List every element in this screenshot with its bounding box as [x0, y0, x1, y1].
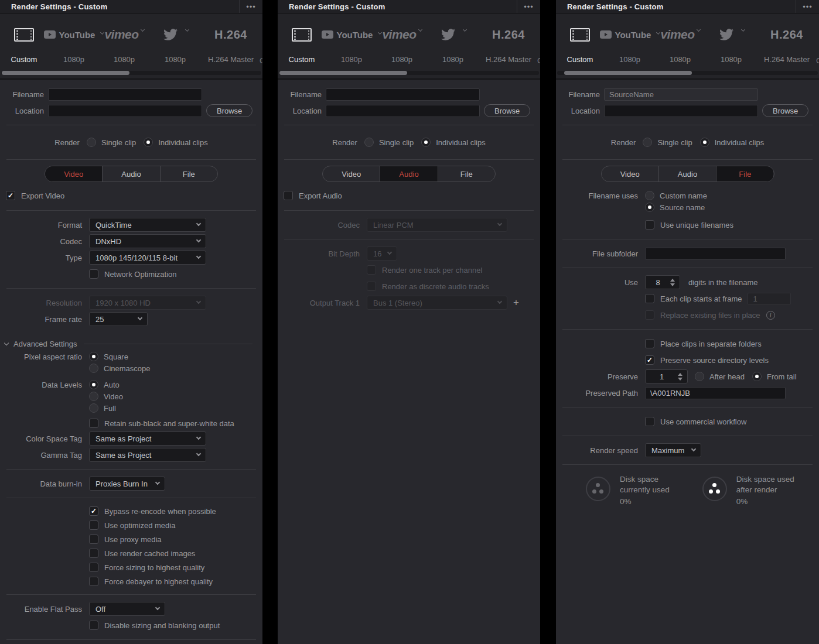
digits-stepper[interactable]: 8	[645, 275, 680, 289]
commercial-workflow-checkbox[interactable]	[645, 417, 654, 426]
data-burn-in-dropdown[interactable]: Proxies Burn In	[89, 477, 165, 491]
pixel-square-label[interactable]: Square	[104, 352, 128, 361]
data-levels-full-radio[interactable]	[89, 403, 98, 413]
render-cached-checkbox[interactable]	[89, 549, 98, 558]
preset-scrollbar[interactable]	[557, 71, 818, 75]
from-tail-radio[interactable]	[752, 372, 762, 381]
location-input[interactable]	[48, 105, 202, 117]
after-head-radio[interactable]	[695, 372, 704, 381]
source-name-label[interactable]: Source name	[660, 203, 705, 212]
preset-scrollbar[interactable]	[279, 71, 539, 75]
force-sizing-checkbox[interactable]	[89, 563, 98, 572]
unique-filenames-checkbox[interactable]	[645, 220, 654, 229]
single-clip-label[interactable]: Single clip	[657, 138, 692, 147]
each-clip-checkbox[interactable]	[645, 294, 654, 303]
individual-clips-label[interactable]: Individual clips	[436, 138, 486, 147]
single-clip-radio[interactable]	[643, 138, 652, 147]
codec-dropdown[interactable]: DNxHD	[89, 234, 206, 248]
preset-vimeo[interactable]: vimeo	[377, 21, 426, 48]
preserve-levels-checkbox[interactable]	[645, 355, 654, 365]
options-menu-icon[interactable]: •••	[796, 0, 819, 13]
preset-label-vimeo[interactable]: 1080p	[656, 55, 705, 65]
preset-label-vimeo[interactable]: 1080p	[100, 55, 149, 65]
single-clip-label[interactable]: Single clip	[101, 138, 136, 147]
preset-scrollbar-thumb[interactable]	[279, 71, 407, 75]
data-levels-video-label[interactable]: Video	[104, 392, 123, 401]
preset-h264[interactable]: H.264	[479, 21, 538, 48]
individual-clips-label[interactable]: Individual clips	[715, 138, 765, 147]
tab-file[interactable]: File	[160, 166, 217, 181]
location-input[interactable]	[604, 105, 758, 117]
stepper-arrows-icon[interactable]	[670, 279, 675, 286]
tab-file[interactable]: File	[438, 166, 495, 181]
after-head-label[interactable]: After head	[709, 372, 745, 381]
preset-youtube[interactable]: YouTube	[48, 21, 100, 48]
custom-name-radio[interactable]	[645, 191, 654, 200]
individual-clips-radio[interactable]	[144, 138, 153, 147]
tab-video[interactable]: Video	[323, 166, 380, 181]
browse-button[interactable]: Browse	[484, 104, 530, 117]
stepper-arrows-icon[interactable]	[678, 373, 682, 381]
data-levels-auto-label[interactable]: Auto	[104, 381, 120, 389]
preset-twitter[interactable]	[426, 21, 479, 48]
browse-button[interactable]: Browse	[762, 104, 808, 117]
tab-video[interactable]: Video	[45, 166, 102, 181]
preset-vimeo[interactable]: vimeo	[100, 21, 149, 48]
preset-label-custom[interactable]: Custom	[556, 55, 604, 65]
export-audio-checkbox[interactable]	[284, 191, 293, 200]
preset-label-twitter[interactable]: 1080p	[705, 55, 757, 65]
bypass-checkbox[interactable]	[89, 506, 98, 516]
type-dropdown[interactable]: 1080p 145/120/115 8-bit	[89, 251, 206, 265]
preset-label-h264[interactable]: H.264 Master	[479, 55, 538, 65]
preset-label-youtube[interactable]: 1080p	[326, 55, 377, 65]
tab-audio[interactable]: Audio	[102, 166, 159, 181]
proxy-media-checkbox[interactable]	[89, 535, 98, 544]
preset-h264[interactable]: H.264	[757, 21, 816, 48]
data-levels-auto-radio[interactable]	[89, 380, 98, 389]
frame-rate-dropdown[interactable]: 25	[89, 312, 148, 326]
preset-scrollbar-thumb[interactable]	[2, 71, 129, 75]
individual-clips-label[interactable]: Individual clips	[158, 138, 208, 147]
flat-pass-dropdown[interactable]: Off	[89, 602, 165, 616]
single-clip-label[interactable]: Single clip	[379, 138, 414, 147]
optimized-media-checkbox[interactable]	[89, 520, 98, 530]
options-menu-icon[interactable]: •••	[239, 0, 262, 13]
pixel-cinemascope-label[interactable]: Cinemascope	[104, 364, 151, 373]
render-speed-dropdown[interactable]: Maximum	[645, 443, 701, 457]
preset-h264[interactable]: H.264	[202, 21, 260, 48]
retain-checkbox[interactable]	[89, 419, 98, 428]
data-levels-full-label[interactable]: Full	[104, 404, 116, 413]
data-levels-video-radio[interactable]	[89, 392, 98, 401]
disable-sizing-checkbox[interactable]	[89, 621, 98, 630]
filename-input[interactable]	[326, 88, 480, 101]
individual-clips-radio[interactable]	[700, 138, 709, 147]
from-tail-label[interactable]: From tail	[767, 372, 797, 381]
gamma-dropdown[interactable]: Same as Project	[89, 448, 206, 462]
preset-twitter[interactable]	[149, 21, 202, 48]
filename-input[interactable]	[48, 88, 202, 101]
preset-custom[interactable]	[0, 21, 48, 48]
preserved-path-input[interactable]	[645, 387, 786, 399]
pixel-square-radio[interactable]	[89, 352, 98, 361]
file-subfolder-input[interactable]	[645, 248, 786, 260]
browse-button[interactable]: Browse	[206, 104, 252, 117]
preset-vimeo[interactable]: vimeo	[656, 21, 705, 48]
custom-name-label[interactable]: Custom name	[660, 191, 707, 200]
format-dropdown[interactable]: QuickTime	[89, 218, 206, 232]
advanced-settings-toggle[interactable]: Advanced Settings	[0, 337, 262, 351]
preset-label-vimeo[interactable]: 1080p	[377, 55, 426, 65]
preset-label-h264[interactable]: H.264 Master	[757, 55, 816, 65]
preset-custom[interactable]	[278, 21, 326, 48]
tab-video[interactable]: Video	[602, 166, 658, 181]
preset-label-youtube[interactable]: 1080p	[48, 55, 100, 65]
preset-twitter[interactable]	[705, 21, 757, 48]
color-space-dropdown[interactable]: Same as Project	[89, 431, 206, 446]
preset-scrollbar[interactable]	[1, 71, 261, 75]
pixel-cinemascope-radio[interactable]	[89, 364, 98, 373]
add-output-track-button[interactable]: +	[513, 297, 519, 309]
preset-label-twitter[interactable]: 1080p	[426, 55, 479, 65]
tab-audio[interactable]: Audio	[380, 166, 437, 181]
single-clip-radio[interactable]	[87, 138, 96, 147]
preset-label-twitter[interactable]: 1080p	[149, 55, 202, 65]
preset-label-h264[interactable]: H.264 Master	[202, 55, 260, 65]
